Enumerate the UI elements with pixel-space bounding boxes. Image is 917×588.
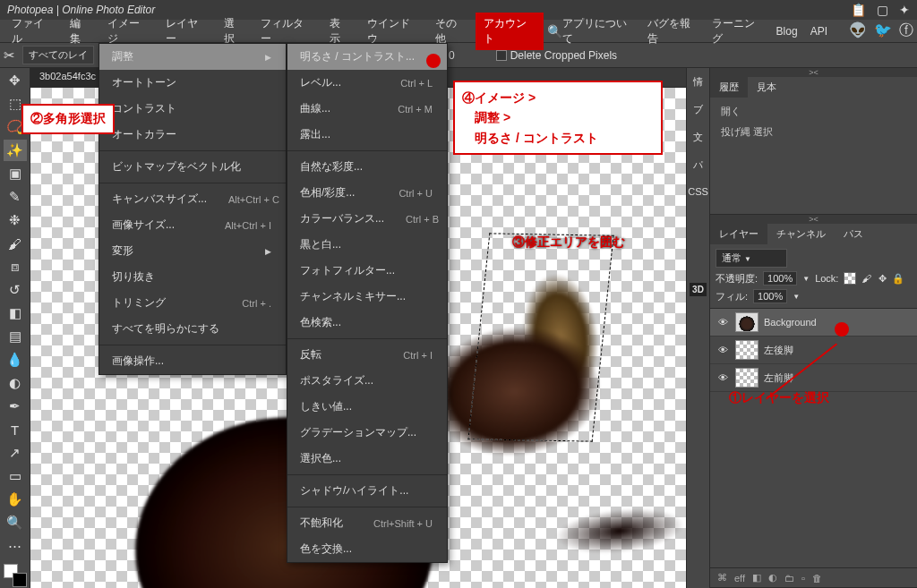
history-tool-icon[interactable]: ↺ (4, 279, 27, 301)
facebook-icon[interactable]: ⓕ (899, 21, 913, 40)
pen-tool-icon[interactable]: ✒ (4, 396, 27, 417)
folder-icon[interactable]: 🗀 (784, 573, 794, 584)
path-tool-icon[interactable]: ↗ (4, 442, 27, 464)
layer-name[interactable]: 左前脚 (764, 371, 793, 385)
lasso-tool-icon[interactable]: 📿 (4, 116, 27, 138)
menu-item[interactable]: 不飽和化Ctrl+Shift + U (287, 510, 447, 536)
tab-channels[interactable]: チャンネル (767, 224, 835, 244)
layer-row[interactable]: 👁 左前脚 (710, 364, 917, 392)
delete-layer-icon[interactable]: 🗑 (812, 573, 822, 584)
side-css[interactable]: CSS (688, 186, 708, 197)
side-3d[interactable]: 3D (690, 283, 707, 296)
menu-item[interactable]: フォトフィルター... (287, 258, 447, 284)
menu-item[interactable]: 反転Ctrl + I (287, 342, 447, 368)
menu-item[interactable]: カラーバランス...Ctrl + B (287, 206, 447, 232)
layer-name[interactable]: Background (764, 317, 817, 328)
magic-wand-tool-icon[interactable]: ✨ (4, 140, 27, 161)
layer-name[interactable]: 左後脚 (764, 344, 793, 357)
ratio-value[interactable]: 0 (449, 49, 455, 62)
layer-thumb[interactable] (735, 368, 758, 388)
blend-mode-select[interactable]: 通常 ▼ (716, 249, 787, 268)
menu-item[interactable]: グラデーションマップ... (287, 420, 447, 446)
menu-edit[interactable]: 編集 (62, 13, 99, 50)
menu-item[interactable]: しきい値... (287, 394, 447, 420)
menu-item[interactable]: 選択色... (287, 446, 447, 472)
search-icon[interactable]: 🔍 (547, 24, 562, 38)
gradient-tool-icon[interactable]: ▤ (4, 326, 27, 347)
background-color[interactable] (13, 573, 27, 587)
lock-transparency-icon[interactable] (844, 272, 856, 285)
layer-row[interactable]: 👁 Background (710, 309, 917, 337)
side-brush[interactable]: ブ (693, 103, 703, 116)
crop-tool-icon2[interactable]: ▣ (4, 163, 27, 184)
lock-all-icon[interactable]: 🔒 (892, 272, 904, 285)
more-tool-icon[interactable]: ⋯ (4, 535, 27, 557)
menu-item[interactable]: 色検索... (287, 310, 447, 336)
brush-tool-icon[interactable]: 🖌 (4, 233, 27, 254)
tab-swatches[interactable]: 見本 (748, 77, 785, 98)
link-about[interactable]: アプリについて (562, 16, 635, 47)
panel-collapse-top[interactable]: >< (710, 68, 917, 77)
eyedropper-tool-icon[interactable]: ✎ (4, 186, 27, 208)
blur-tool-icon[interactable]: 💧 (4, 349, 27, 371)
doc-tab[interactable]: 3b02a54fc3c (30, 68, 106, 87)
menu-item[interactable]: シャドウ/ハイライト... (287, 478, 447, 504)
stamp-tool-icon[interactable]: ⧈ (4, 256, 27, 277)
dodge-tool-icon[interactable]: ◐ (4, 372, 27, 394)
menu-item[interactable]: トリミングCtrl + . (99, 290, 286, 316)
layer-select[interactable]: すべてのレイ (22, 46, 94, 64)
history-row[interactable]: 投げ縄 選択 (710, 122, 917, 142)
tab-paths[interactable]: パス (835, 224, 872, 244)
visibility-icon[interactable]: 👁 (716, 345, 730, 355)
menu-item[interactable]: 黒と白... (287, 232, 447, 258)
menu-item[interactable]: オートトーン (99, 70, 286, 96)
side-info[interactable]: 情 (693, 75, 703, 89)
side-char[interactable]: 文 (693, 131, 703, 144)
text-tool-icon[interactable]: T (4, 419, 27, 440)
link-bug[interactable]: バグを報告 (647, 16, 699, 47)
lock-brush-icon[interactable]: 🖌 (860, 272, 872, 285)
menu-file[interactable]: ファイル (4, 13, 62, 50)
effects-label[interactable]: eff (734, 573, 745, 584)
layer-thumb[interactable] (735, 340, 758, 360)
adjust-layer-icon[interactable]: ◐ (768, 572, 777, 584)
crop-tool-icon[interactable]: ✂ (4, 47, 15, 64)
reddit-icon[interactable]: 👽 (849, 21, 867, 40)
link-blog[interactable]: Blog (776, 25, 798, 38)
twitter-icon[interactable]: 🐦 (874, 21, 892, 40)
visibility-icon[interactable]: 👁 (716, 372, 730, 383)
menu-item[interactable]: 曲線...Ctrl + M (287, 96, 447, 122)
image-menu-dropdown[interactable]: 調整オートトーンコントラストオートカラービットマップをベクトル化キャンバスサイズ… (99, 43, 287, 375)
side-para[interactable]: パ (693, 158, 703, 172)
shape-tool-icon[interactable]: ▭ (4, 465, 27, 487)
lock-move-icon[interactable]: ✥ (876, 272, 888, 285)
layer-thumb[interactable] (735, 312, 758, 332)
tab-layers[interactable]: レイヤー (710, 224, 767, 244)
link-layers-icon[interactable]: ⌘ (717, 572, 727, 584)
tab-history[interactable]: 履歴 (710, 77, 748, 98)
menu-item[interactable]: 色相/彩度...Ctrl + U (287, 180, 447, 206)
menu-item[interactable]: コントラスト (99, 96, 286, 122)
color-swatches[interactable] (4, 564, 27, 587)
marquee-tool-icon[interactable]: ⬚ (4, 93, 27, 115)
menu-item[interactable]: レベル...Ctrl + L (287, 70, 447, 96)
fill-value[interactable]: 100% (753, 289, 787, 303)
menu-item[interactable]: 切り抜き (99, 264, 286, 290)
zoom-tool-icon[interactable]: 🔍 (4, 512, 27, 533)
menu-item[interactable]: 変形 (99, 238, 286, 264)
link-learn[interactable]: ラーニング (712, 16, 764, 47)
layer-row[interactable]: 👁 左後脚 (710, 337, 917, 364)
adjust-menu-dropdown[interactable]: 明るさ / コントラスト...レベル...Ctrl + L曲線...Ctrl +… (287, 43, 448, 563)
menu-item[interactable]: オートカラー (99, 122, 286, 148)
menu-item[interactable]: 画像操作... (99, 348, 286, 374)
eraser-tool-icon[interactable]: ◧ (4, 303, 27, 324)
menu-item[interactable]: キャンバスサイズ...Alt+Ctrl + C (99, 186, 286, 212)
delete-cropped-checkbox[interactable] (496, 50, 507, 61)
menu-item[interactable]: 画像サイズ...Alt+Ctrl + I (99, 212, 286, 238)
hand-tool-icon[interactable]: ✋ (4, 489, 27, 510)
menu-item[interactable]: 露出... (287, 122, 447, 148)
menu-item[interactable]: ポスタライズ... (287, 368, 447, 394)
menu-item[interactable]: 自然な彩度... (287, 154, 447, 180)
link-api[interactable]: API (810, 25, 827, 38)
menu-item[interactable]: チャンネルミキサー... (287, 284, 447, 310)
